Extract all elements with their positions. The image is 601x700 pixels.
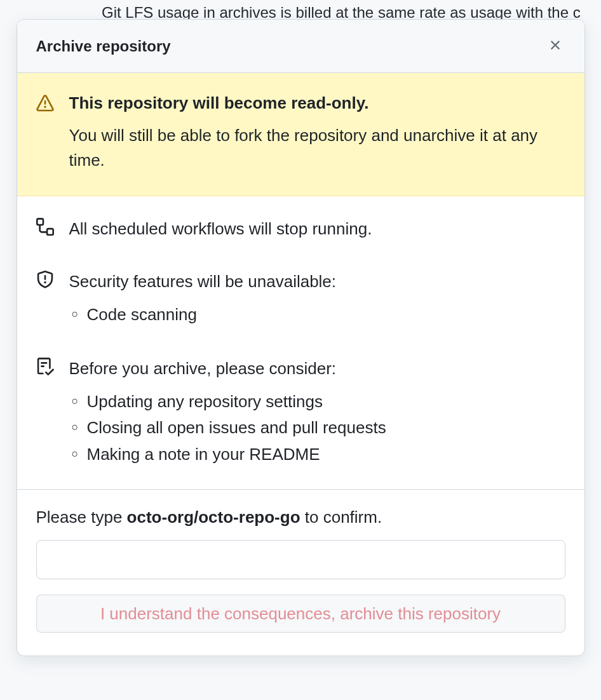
workflows-text: All scheduled workflows will stop runnin… xyxy=(69,217,565,241)
confirm-repo-name: octo-org/octo-repo-go xyxy=(127,508,300,527)
workflows-info-item: All scheduled workflows will stop runnin… xyxy=(36,217,565,241)
warning-title: This repository will become read-only. xyxy=(69,93,565,113)
close-button[interactable] xyxy=(545,35,565,57)
checklist-icon xyxy=(36,358,54,378)
confirm-prompt-prefix: Please type xyxy=(36,508,127,527)
consider-text: Before you archive, please consider: xyxy=(69,356,565,381)
security-list: Code scanning xyxy=(69,302,565,328)
security-content: Security features will be unavailable: C… xyxy=(69,269,565,328)
archive-confirm-button[interactable]: I understand the consequences, archive t… xyxy=(36,595,565,633)
workflow-icon xyxy=(36,218,54,238)
modal-overlay: Archive repository This repository will … xyxy=(0,0,601,700)
consider-info-item: Before you archive, please consider: Upd… xyxy=(36,356,565,468)
consider-list: Updating any repository settings Closing… xyxy=(69,389,565,468)
modal-header: Archive repository xyxy=(17,20,584,73)
modal-title: Archive repository xyxy=(36,37,171,55)
consider-list-item: Updating any repository settings xyxy=(69,389,565,415)
shield-icon xyxy=(36,271,54,291)
confirm-input[interactable] xyxy=(36,540,565,579)
close-icon xyxy=(548,37,563,55)
warning-content: This repository will become read-only. Y… xyxy=(69,93,565,173)
security-list-item: Code scanning xyxy=(69,302,565,328)
modal-body: All scheduled workflows will stop runnin… xyxy=(17,196,584,490)
confirm-prompt-suffix: to confirm. xyxy=(300,508,382,527)
warning-description: You will still be able to fork the repos… xyxy=(69,123,565,173)
consider-content: Before you archive, please consider: Upd… xyxy=(69,356,565,468)
warning-banner: This repository will become read-only. Y… xyxy=(17,73,584,196)
consider-list-item: Making a note in your README xyxy=(69,441,565,468)
security-info-item: Security features will be unavailable: C… xyxy=(36,269,565,328)
consider-list-item: Closing all open issues and pull request… xyxy=(69,415,565,441)
alert-triangle-icon xyxy=(36,95,54,115)
confirm-prompt: Please type octo-org/octo-repo-go to con… xyxy=(36,508,565,527)
modal-footer: Please type octo-org/octo-repo-go to con… xyxy=(17,490,584,656)
archive-repository-modal: Archive repository This repository will … xyxy=(17,19,585,656)
workflows-content: All scheduled workflows will stop runnin… xyxy=(69,217,565,241)
security-text: Security features will be unavailable: xyxy=(69,269,565,294)
